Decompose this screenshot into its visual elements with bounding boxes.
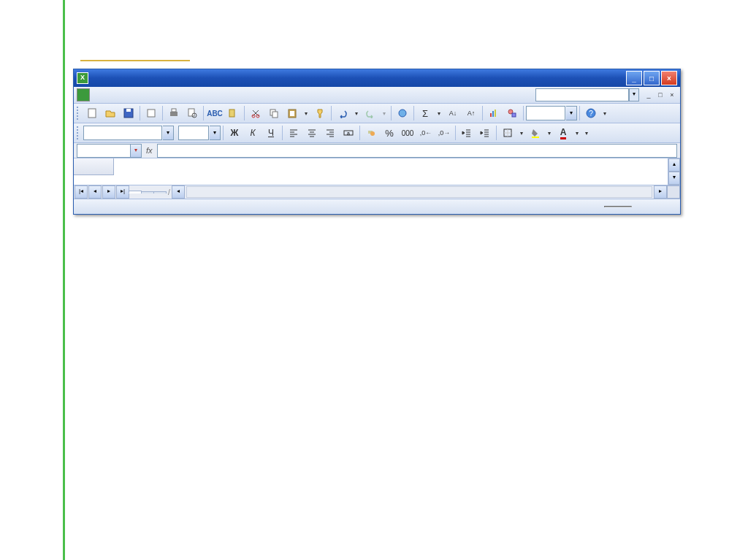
zoom-combo[interactable]	[526, 106, 565, 120]
formatting-toolbar: ▾ ▾ Ж К Ч a % 000 ,0← ,0→ ▾ ▾ А ▾ ▾	[74, 123, 680, 143]
svg-rect-6	[188, 109, 194, 116]
font-dropdown[interactable]: ▾	[163, 126, 174, 140]
workbook-icon[interactable]	[77, 88, 90, 101]
decrease-decimal-button[interactable]: ,0→	[435, 124, 453, 142]
svg-rect-18	[495, 110, 496, 117]
currency-button[interactable]	[362, 124, 380, 142]
sheet-tab[interactable]	[141, 191, 154, 193]
open-button[interactable]	[102, 104, 119, 122]
svg-text:a: a	[347, 131, 350, 136]
italic-button[interactable]: К	[244, 124, 262, 142]
fx-icon[interactable]: fx	[146, 146, 153, 155]
help-search-box[interactable]	[535, 88, 629, 101]
svg-rect-4	[170, 112, 178, 116]
sort-asc-button[interactable]: A↓	[444, 104, 462, 122]
drawing-button[interactable]	[503, 104, 521, 122]
merge-center-button[interactable]: a	[340, 124, 357, 142]
percent-button[interactable]: %	[381, 124, 398, 142]
scrollbar-corner	[667, 185, 680, 199]
toolbar-options[interactable]: ▾	[582, 130, 591, 137]
excel-window: X _ □ × ▾ _ □ × ABC ▾	[73, 69, 681, 215]
align-left-button[interactable]	[285, 124, 302, 142]
name-box[interactable]	[77, 144, 131, 158]
scroll-down-button[interactable]: ▾	[668, 172, 680, 185]
select-all-corner[interactable]	[74, 158, 114, 175]
svg-rect-16	[490, 113, 492, 117]
spelling-button[interactable]: ABC	[206, 104, 224, 122]
permissions-button[interactable]	[142, 104, 160, 122]
borders-button[interactable]	[499, 124, 516, 142]
font-color-button[interactable]: А	[554, 124, 572, 142]
font-combo[interactable]	[83, 126, 162, 140]
research-button[interactable]	[224, 104, 242, 122]
excel-icon: X	[77, 72, 88, 84]
toolbar-handle[interactable]	[77, 107, 81, 120]
print-button[interactable]	[165, 104, 183, 122]
font-size-dropdown[interactable]: ▾	[210, 126, 221, 140]
print-preview-button[interactable]	[183, 104, 201, 122]
sort-desc-button[interactable]: A↑	[462, 104, 480, 122]
fill-color-dropdown[interactable]: ▾	[545, 130, 554, 137]
save-button[interactable]	[120, 104, 137, 122]
name-box-dropdown[interactable]: ▾	[131, 144, 142, 158]
align-right-button[interactable]	[321, 124, 339, 142]
decoration-vertical-line	[63, 0, 65, 560]
borders-dropdown[interactable]: ▾	[517, 130, 526, 137]
maximize-button[interactable]: □	[644, 71, 660, 85]
scroll-up-button[interactable]: ▴	[668, 158, 680, 172]
align-center-button[interactable]	[303, 124, 321, 142]
sheet-tabs-row: |◂ ◂ ▸ ▸| / ◂ ▸	[74, 185, 680, 199]
doc-restore-button[interactable]: □	[655, 90, 665, 100]
comma-style-button[interactable]: 000	[399, 124, 416, 142]
undo-dropdown[interactable]: ▾	[352, 110, 361, 117]
sheet-tab[interactable]	[153, 191, 167, 193]
font-size-combo[interactable]	[178, 126, 209, 140]
svg-rect-3	[148, 110, 155, 117]
copy-button[interactable]	[265, 104, 283, 122]
tab-nav-last[interactable]: ▸|	[116, 185, 129, 199]
help-search-dropdown[interactable]: ▾	[629, 88, 639, 101]
vertical-scrollbar[interactable]: ▴ ▾	[668, 158, 680, 185]
svg-rect-0	[88, 109, 96, 118]
cut-button[interactable]	[247, 104, 264, 122]
autosum-button[interactable]: Σ	[416, 104, 434, 122]
scroll-left-button[interactable]: ◂	[172, 185, 185, 199]
increase-indent-button[interactable]	[476, 124, 494, 142]
num-lock-indicator	[604, 206, 632, 207]
horizontal-scrollbar[interactable]: ◂ ▸	[172, 185, 667, 199]
help-button[interactable]: ?	[582, 104, 600, 122]
toolbar-options[interactable]: ▾	[600, 110, 609, 117]
hyperlink-button[interactable]	[394, 104, 411, 122]
underline-button[interactable]: Ч	[262, 124, 280, 142]
paste-dropdown[interactable]: ▾	[302, 110, 310, 117]
bold-button[interactable]: Ж	[226, 124, 243, 142]
doc-minimize-button[interactable]: _	[644, 90, 654, 100]
chart-wizard-button[interactable]	[485, 104, 503, 122]
minimize-button[interactable]: _	[626, 71, 642, 85]
paste-button[interactable]	[283, 104, 301, 122]
fill-color-button[interactable]	[527, 124, 544, 142]
decrease-indent-button[interactable]	[458, 124, 476, 142]
scroll-right-button[interactable]: ▸	[654, 185, 667, 199]
sheet-tab-active[interactable]	[129, 191, 142, 193]
doc-close-button[interactable]: ×	[667, 90, 677, 100]
close-button[interactable]: ×	[661, 71, 677, 85]
svg-point-26	[370, 131, 375, 136]
new-button[interactable]	[83, 104, 101, 122]
svg-point-15	[399, 110, 406, 117]
increase-decimal-button[interactable]: ,0←	[417, 124, 435, 142]
undo-button[interactable]	[334, 104, 351, 122]
zoom-dropdown[interactable]: ▾	[566, 106, 577, 120]
tab-nav-prev[interactable]: ◂	[88, 185, 102, 199]
autosum-dropdown[interactable]: ▾	[435, 110, 443, 117]
tab-nav-first[interactable]: |◂	[75, 185, 88, 199]
format-painter-button[interactable]	[311, 104, 329, 122]
redo-dropdown[interactable]: ▾	[380, 110, 389, 117]
sheet-area: ▴ ▾	[74, 158, 680, 185]
formula-input[interactable]	[157, 144, 677, 158]
svg-rect-12	[272, 112, 278, 118]
font-color-dropdown[interactable]: ▾	[573, 130, 581, 137]
toolbar-handle[interactable]	[77, 126, 81, 139]
redo-button[interactable]	[362, 104, 379, 122]
tab-nav-next[interactable]: ▸	[102, 185, 115, 199]
